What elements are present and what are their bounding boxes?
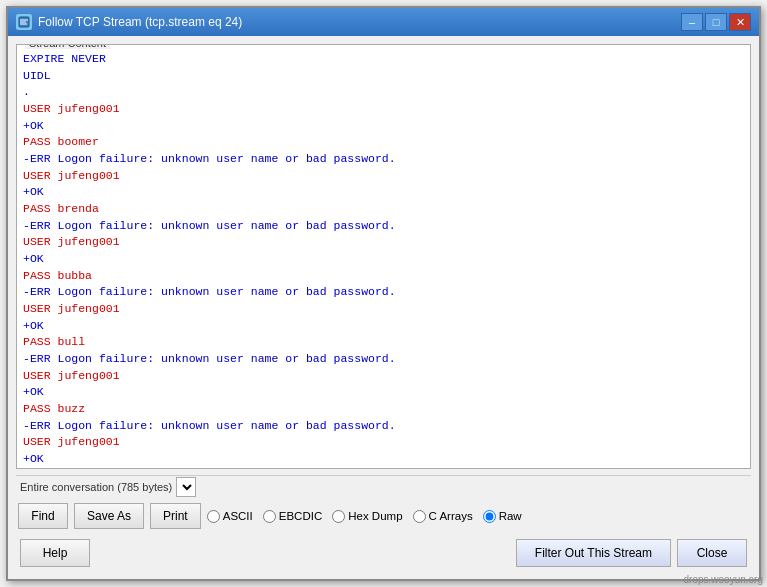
radio-ebcdic[interactable]: EBCDIC — [263, 510, 322, 523]
watermark: drops.wooyun.org — [684, 574, 764, 585]
radio-raw-input[interactable] — [483, 510, 496, 523]
help-button[interactable]: Help — [20, 539, 90, 567]
stream-content-group: Stream Content EXPIRE NEVER UIDL . USER … — [16, 44, 751, 469]
app-icon — [16, 14, 32, 30]
radio-hexdump-label: Hex Dump — [348, 510, 402, 522]
stream-line: USER jufeng001 — [23, 301, 744, 318]
radio-hexdump[interactable]: Hex Dump — [332, 510, 402, 523]
stream-line: EXPIRE NEVER — [23, 51, 744, 68]
radio-carrays-label: C Arrays — [429, 510, 473, 522]
stream-line: +OK — [23, 318, 744, 335]
radio-ebcdic-label: EBCDIC — [279, 510, 322, 522]
controls-row: Find Save As Print ASCII EBCDIC Hex Dump — [16, 503, 751, 529]
encoding-radio-group: ASCII EBCDIC Hex Dump C Arrays Raw — [207, 510, 749, 523]
stream-line: -ERR Logon failure: unknown user name or… — [23, 284, 744, 301]
stream-line: -ERR Logon failure: unknown user name or… — [23, 418, 744, 435]
main-content: Stream Content EXPIRE NEVER UIDL . USER … — [8, 36, 759, 579]
status-bar: Entire conversation (785 bytes) — [16, 475, 751, 497]
stream-line: USER jufeng001 — [23, 234, 744, 251]
stream-line: USER jufeng001 — [23, 368, 744, 385]
main-window: Follow TCP Stream (tcp.stream eq 24) – □… — [6, 6, 761, 581]
filter-out-stream-button[interactable]: Filter Out This Stream — [516, 539, 671, 567]
window-close-button[interactable]: ✕ — [729, 13, 751, 31]
stream-line: -ERR Logon failure: unknown user name or… — [23, 151, 744, 168]
maximize-button[interactable]: □ — [705, 13, 727, 31]
title-bar: Follow TCP Stream (tcp.stream eq 24) – □… — [8, 8, 759, 36]
save-as-button[interactable]: Save As — [74, 503, 144, 529]
radio-ascii[interactable]: ASCII — [207, 510, 253, 523]
stream-content-area[interactable]: EXPIRE NEVER UIDL . USER jufeng001 +OK P… — [17, 45, 750, 468]
minimize-button[interactable]: – — [681, 13, 703, 31]
stream-line: UIDL — [23, 68, 744, 85]
footer-row: Help Filter Out This Stream Close — [16, 535, 751, 571]
stream-group-label: Stream Content — [25, 44, 110, 49]
radio-hexdump-input[interactable] — [332, 510, 345, 523]
stream-line: PASS buzz — [23, 401, 744, 418]
radio-ebcdic-input[interactable] — [263, 510, 276, 523]
stream-line: PASS bull — [23, 334, 744, 351]
stream-line: +OK — [23, 251, 744, 268]
radio-ascii-label: ASCII — [223, 510, 253, 522]
stream-line: -ERR Logon failure: unknown user name or… — [23, 218, 744, 235]
stream-line: PASS brenda — [23, 201, 744, 218]
stream-line: +OK — [23, 118, 744, 135]
stream-line: USER jufeng001 — [23, 434, 744, 451]
stream-line: +OK — [23, 384, 744, 401]
stream-line: USER jufeng001 — [23, 101, 744, 118]
footer-left: Help — [20, 539, 90, 567]
print-button[interactable]: Print — [150, 503, 201, 529]
status-text: Entire conversation (785 bytes) — [20, 481, 172, 493]
radio-raw[interactable]: Raw — [483, 510, 522, 523]
footer-right: Filter Out This Stream Close — [516, 539, 747, 567]
window-title: Follow TCP Stream (tcp.stream eq 24) — [38, 15, 242, 29]
stream-line: . — [23, 84, 744, 101]
radio-ascii-input[interactable] — [207, 510, 220, 523]
radio-raw-label: Raw — [499, 510, 522, 522]
stream-line: PASS bubba — [23, 268, 744, 285]
stream-line: +OK — [23, 451, 744, 468]
stream-line: -ERR Logon failure: unknown user name or… — [23, 351, 744, 368]
radio-carrays-input[interactable] — [413, 510, 426, 523]
stream-line: +OK — [23, 184, 744, 201]
stream-line: PASS boomer — [23, 134, 744, 151]
title-bar-left: Follow TCP Stream (tcp.stream eq 24) — [16, 14, 242, 30]
find-button[interactable]: Find — [18, 503, 68, 529]
title-buttons: – □ ✕ — [681, 13, 751, 31]
close-button[interactable]: Close — [677, 539, 747, 567]
radio-carrays[interactable]: C Arrays — [413, 510, 473, 523]
stream-line: USER jufeng001 — [23, 168, 744, 185]
status-dropdown[interactable] — [176, 477, 196, 497]
